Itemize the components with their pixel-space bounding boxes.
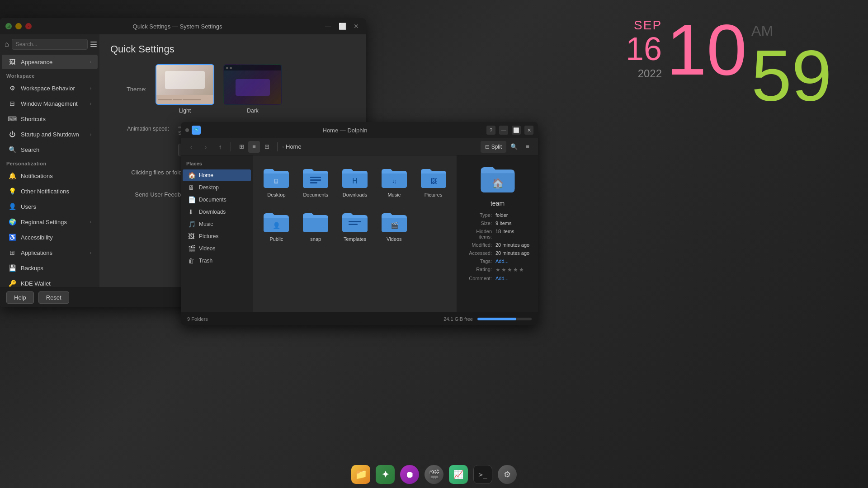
sidebar-item-regional-settings[interactable]: 🌍 Regional Settings › [2, 215, 98, 229]
taskbar-item-media[interactable]: ⏺ [399, 464, 420, 485]
places-item-home[interactable]: 🏠 Home [183, 169, 251, 181]
dolphin-close-button[interactable]: ✕ [524, 126, 533, 135]
places-item-desktop[interactable]: 🖥 Desktop [183, 182, 251, 193]
sidebar-item-search[interactable]: 🔍 Search [2, 142, 98, 157]
sidebar-item-startup-shutdown[interactable]: ⏻ Startup and Shutdown › [2, 127, 98, 141]
split-label: Split [491, 144, 502, 150]
preview-bar [158, 99, 172, 100]
search-icon: 🔍 [8, 145, 16, 154]
back-button[interactable]: ‹ [185, 141, 197, 153]
settings-taskbar-icon: ⚙ [498, 465, 517, 484]
menu-bar-line [90, 46, 97, 47]
dolphin-help-button[interactable]: ? [486, 126, 495, 135]
appearance-icon: 🖼 [8, 58, 16, 66]
dolphin-menu-button[interactable]: ≡ [522, 141, 533, 153]
places-item-music[interactable]: 🎵 Music [183, 218, 251, 230]
close-button[interactable]: × [25, 23, 32, 29]
theme-option-dark[interactable]: Dark [223, 64, 282, 114]
sidebar-item-kde-wallet[interactable]: 🔑 KDE Wallet [2, 276, 98, 287]
window-restore-action[interactable]: ⬜ [337, 22, 348, 31]
forward-button[interactable]: › [200, 141, 212, 153]
sidebar-item-appearance[interactable]: 🖼 Appearance › [2, 55, 98, 69]
sidebar-item-users[interactable]: 👤 Users [2, 199, 98, 214]
sidebar-item-applications[interactable]: ⊞ Applications › [2, 245, 98, 260]
chevron-right-icon: › [90, 60, 91, 65]
up-button[interactable]: ↑ [214, 141, 226, 153]
search-input[interactable] [12, 39, 88, 50]
sidebar-item-label: Shortcuts [21, 116, 46, 122]
terminal-icon: >_ [473, 465, 492, 484]
taskbar-item-kde[interactable]: ✦ [374, 464, 396, 485]
preview-dot [230, 67, 232, 69]
places-item-downloads[interactable]: ⬇ Downloads [183, 206, 251, 218]
dolphin-title-bar: 🐬 Home — Dolphin ? — ⬜ ✕ [181, 122, 538, 138]
sidebar-item-shortcuts[interactable]: ⌨ Shortcuts [2, 112, 98, 126]
split-button[interactable]: ⊟ Split [481, 141, 506, 153]
details-rating-row: Rating: ★★★★★ [462, 267, 533, 273]
taskbar-item-monitor[interactable]: 📈 [448, 464, 469, 485]
folder-svg [302, 210, 329, 233]
file-item-pictures[interactable]: 🖼 Pictures [415, 161, 451, 202]
dolphin-search-button[interactable]: 🔍 [508, 141, 520, 153]
taskbar-item-settings[interactable]: ⚙ [496, 464, 518, 485]
applications-icon: ⊞ [8, 249, 16, 257]
help-button[interactable]: Help [6, 291, 34, 304]
file-item-downloads[interactable]: H Downloads [337, 161, 373, 202]
details-accessed-row: Accessed: 20 minutes ago [462, 250, 533, 256]
storage-text: 24.1 GiB free [443, 316, 473, 322]
details-modified-row: Modified: 20 minutes ago [462, 242, 533, 248]
minimize-button[interactable]: — [15, 23, 22, 29]
sidebar-menu-button[interactable] [90, 39, 97, 50]
sidebar-item-other-notifications[interactable]: 💡 Other Notifications [2, 184, 98, 198]
file-item-music[interactable]: ♫ Music [376, 161, 412, 202]
file-item-desktop[interactable]: 🖥 Desktop [259, 161, 294, 202]
maximize-button[interactable] [5, 23, 12, 29]
sidebar-item-window-management[interactable]: ⊟ Window Management › [2, 96, 98, 111]
places-item-trash[interactable]: 🗑 Trash [183, 255, 251, 267]
dolphin-maximize-button[interactable]: ⬜ [512, 126, 521, 135]
icon-view-button[interactable]: ⊞ [236, 141, 247, 153]
taskbar-item-media-center[interactable]: 🎬 [423, 464, 445, 485]
svg-marker-0 [7, 24, 10, 28]
sidebar-item-workspace-behavior[interactable]: ⚙ Workspace Behavior › [2, 81, 98, 95]
dolphin-app-icon: 🐬 [192, 126, 201, 135]
dolphin-body: Places 🏠 Home 🖥 Desktop 📄 Documents ⬇ Do… [181, 155, 538, 312]
folder-icon-videos: 🎬 [380, 209, 409, 234]
dolphin-window-title: Home — Dolphin [203, 127, 486, 134]
sidebar-item-accessibility[interactable]: ♿ Accessibility [2, 230, 98, 244]
dolphin-window: 🐬 Home — Dolphin ? — ⬜ ✕ ‹ › ↑ ⊞ ≡ ⊟ › H… [181, 122, 538, 325]
file-item-snap[interactable]: snap [298, 205, 334, 246]
file-item-documents[interactable]: Documents [298, 161, 334, 202]
dolphin-minimize-button[interactable]: — [499, 126, 508, 135]
details-tags-row: Tags: Add... [462, 258, 533, 264]
sidebar-item-notifications[interactable]: 🔔 Notifications [2, 169, 98, 183]
window-close-action[interactable]: ✕ [352, 22, 361, 31]
sidebar-item-backups[interactable]: 💾 Backups [2, 261, 98, 275]
taskbar-item-file-manager[interactable]: 📁 [350, 464, 372, 485]
places-item-documents[interactable]: 📄 Documents [183, 194, 251, 206]
taskbar-item-terminal[interactable]: >_ [472, 464, 494, 485]
details-folder-icon: 🏠 [480, 160, 516, 196]
sidebar-home-button[interactable]: ⌂ [5, 38, 9, 51]
theme-option-light[interactable]: Light [156, 64, 214, 114]
places-item-pictures[interactable]: 🖼 Pictures [183, 230, 251, 242]
file-item-templates[interactable]: Templates [337, 205, 373, 246]
sidebar: ⌂ 🖼 Appearance › Workspace ⚙ Workspace B… [0, 34, 99, 287]
size-value: 9 items [495, 221, 533, 226]
rating-stars[interactable]: ★★★★★ [495, 267, 533, 273]
compact-view-button[interactable]: ⊟ [261, 141, 273, 153]
comment-add-link[interactable]: Add... [495, 276, 533, 281]
list-view-button[interactable]: ≡ [248, 141, 260, 153]
places-item-videos[interactable]: 🎬 Videos [183, 243, 251, 254]
light-preview-decoration [156, 95, 213, 104]
file-name: Desktop [267, 192, 285, 198]
status-right: 24.1 GiB free [443, 316, 532, 322]
file-name: Documents [303, 192, 328, 198]
tags-add-link[interactable]: Add... [495, 258, 533, 264]
window-minimize-action[interactable]: — [323, 22, 333, 31]
file-item-videos[interactable]: 🎬 Videos [376, 205, 412, 246]
file-grid-area: 🖥 Desktop [253, 155, 457, 312]
file-item-public[interactable]: 👤 Public [259, 205, 294, 246]
reset-button[interactable]: Reset [38, 291, 69, 304]
folder-svg: 👤 [263, 210, 290, 233]
